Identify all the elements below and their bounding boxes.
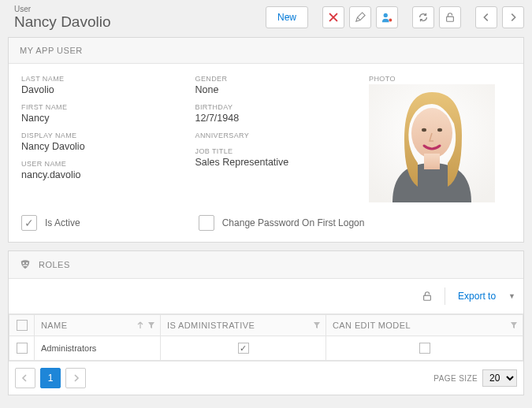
- filter-icon[interactable]: [147, 321, 155, 329]
- pager-prev-button[interactable]: [15, 368, 35, 388]
- new-button[interactable]: New: [266, 6, 308, 28]
- value-gender: None: [195, 84, 355, 95]
- row-select-checkbox[interactable]: [17, 343, 28, 354]
- filter-icon[interactable]: [313, 321, 321, 329]
- svg-point-1: [389, 19, 392, 22]
- cell-is-admin-checkbox[interactable]: [238, 343, 249, 354]
- label-job-title: JOB TITLE: [195, 147, 355, 155]
- label-gender: GENDER: [195, 75, 355, 83]
- label-user-name: USER NAME: [21, 160, 181, 168]
- user-color-icon: [381, 12, 392, 23]
- page-size-select[interactable]: 20: [482, 369, 517, 387]
- svg-rect-10: [424, 295, 431, 300]
- value-birthday: 12/7/1948: [195, 113, 355, 124]
- sort-icon[interactable]: [136, 321, 144, 329]
- svg-point-9: [26, 262, 28, 264]
- unlock-icon: [445, 12, 456, 23]
- label-birthday: BIRTHDAY: [195, 103, 355, 111]
- chevron-down-icon[interactable]: ▼: [508, 292, 515, 300]
- unlock-button[interactable]: [439, 6, 461, 28]
- edit-button[interactable]: [349, 6, 371, 28]
- chevron-left-icon: [481, 12, 492, 23]
- delete-button[interactable]: [322, 6, 344, 28]
- next-record-button[interactable]: [502, 6, 524, 28]
- chevron-right-icon: [508, 12, 519, 23]
- refresh-button[interactable]: [412, 6, 434, 28]
- value-display-name: Nancy Davolio: [21, 141, 181, 152]
- user-card: MY APP USER LAST NAMEDavolio FIRST NAMEN…: [8, 37, 524, 243]
- change-password-checkbox[interactable]: [199, 215, 214, 231]
- pager-next-button[interactable]: [65, 368, 86, 388]
- label-last-name: LAST NAME: [21, 75, 181, 83]
- column-can-edit-label: CAN EDIT MODEL: [333, 321, 411, 330]
- column-name-label: NAME: [41, 321, 67, 330]
- filter-icon[interactable]: [510, 321, 518, 329]
- prev-record-button[interactable]: [475, 6, 497, 28]
- roles-card-title: ROLES: [39, 260, 70, 269]
- is-active-label: Is Active: [45, 217, 80, 228]
- value-user-name: nancy.davolio: [21, 169, 181, 180]
- user-card-title: MY APP USER: [20, 46, 83, 55]
- column-is-admin-label: IS ADMINISTRATIVE: [167, 321, 255, 330]
- roles-icon: [20, 259, 31, 270]
- pencil-icon: [355, 12, 366, 23]
- cell-name: Administrators: [35, 336, 161, 361]
- svg-point-8: [23, 262, 24, 264]
- cell-can-edit-checkbox[interactable]: [419, 343, 430, 354]
- roles-card: ROLES Export to ▼ NAME: [8, 250, 524, 395]
- roles-grid: NAME IS ADMINISTRATIVE CAN EDIT MOD: [9, 314, 523, 361]
- column-can-edit[interactable]: CAN EDIT MODEL: [326, 315, 523, 336]
- page-title: Nancy Davolio: [14, 13, 111, 31]
- close-icon: [328, 12, 339, 23]
- table-row[interactable]: Administrators: [9, 336, 523, 361]
- svg-point-7: [437, 128, 442, 132]
- column-is-admin[interactable]: IS ADMINISTRATIVE: [161, 315, 326, 336]
- roles-unlock-button[interactable]: [416, 285, 438, 307]
- svg-rect-2: [447, 17, 454, 21]
- is-active-checkbox[interactable]: [21, 215, 37, 231]
- column-name[interactable]: NAME: [35, 315, 161, 336]
- user-photo: [369, 84, 495, 202]
- label-anniversary: ANNIVERSARY: [195, 132, 355, 139]
- clone-button[interactable]: [376, 6, 398, 28]
- chevron-left-icon: [21, 374, 29, 382]
- label-photo: PHOTO: [369, 75, 511, 83]
- chevron-right-icon: [72, 374, 80, 382]
- change-password-label: Change Password On First Logon: [222, 217, 365, 228]
- select-all-checkbox[interactable]: [17, 320, 28, 331]
- avatar-image: [369, 84, 495, 202]
- svg-rect-5: [424, 154, 440, 169]
- value-job-title: Sales Representative: [195, 157, 355, 168]
- user-card-header: MY APP USER: [9, 38, 523, 64]
- page-size-label: PAGE SIZE: [433, 374, 478, 383]
- header-overline: User: [14, 5, 111, 13]
- pager-page-1[interactable]: 1: [40, 368, 61, 388]
- svg-point-6: [422, 128, 426, 132]
- value-last-name: Davolio: [21, 84, 181, 95]
- svg-point-0: [384, 13, 388, 17]
- export-to-button[interactable]: Export to: [452, 287, 502, 305]
- unlock-icon: [422, 291, 433, 302]
- export-to-label: Export to: [458, 291, 496, 302]
- value-first-name: Nancy: [21, 113, 181, 124]
- label-display-name: DISPLAY NAME: [21, 132, 181, 139]
- refresh-icon: [418, 12, 429, 23]
- label-first-name: FIRST NAME: [21, 103, 181, 111]
